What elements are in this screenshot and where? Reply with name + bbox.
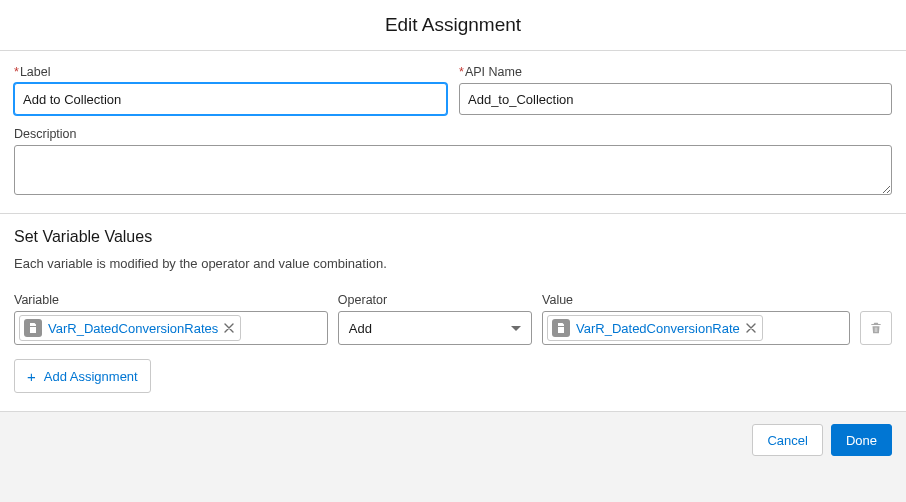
description-field-label: Description xyxy=(14,127,892,141)
value-input[interactable]: VarR_DatedConversionRate xyxy=(542,311,850,345)
assignment-row: Variable VarR_DatedConversionRates Opera… xyxy=(14,293,892,345)
plus-icon: + xyxy=(27,369,36,384)
record-icon xyxy=(24,319,42,337)
cancel-button[interactable]: Cancel xyxy=(752,424,822,456)
done-button[interactable]: Done xyxy=(831,424,892,456)
set-variable-help: Each variable is modified by the operato… xyxy=(14,256,892,271)
value-pill-remove[interactable] xyxy=(746,321,756,335)
set-variable-values-section: Set Variable Values Each variable is mod… xyxy=(0,214,906,412)
value-pill[interactable]: VarR_DatedConversionRate xyxy=(547,315,763,341)
trash-icon xyxy=(869,321,883,335)
operator-column-label: Operator xyxy=(338,293,532,307)
add-assignment-button[interactable]: + Add Assignment xyxy=(14,359,151,393)
set-variable-heading: Set Variable Values xyxy=(14,228,892,246)
label-field-label: *Label xyxy=(14,65,447,79)
label-input[interactable] xyxy=(14,83,447,115)
api-name-field-label: *API Name xyxy=(459,65,892,79)
api-name-field: *API Name xyxy=(459,65,892,115)
variable-pill-remove[interactable] xyxy=(224,321,234,335)
api-name-input[interactable] xyxy=(459,83,892,115)
variable-input[interactable]: VarR_DatedConversionRates xyxy=(14,311,328,345)
record-icon xyxy=(552,319,570,337)
variable-column-label: Variable xyxy=(14,293,328,307)
description-field: Description xyxy=(14,127,892,195)
label-field: *Label xyxy=(14,65,447,115)
modal-title: Edit Assignment xyxy=(0,0,906,51)
add-assignment-label: Add Assignment xyxy=(44,369,138,384)
value-column-label: Value xyxy=(542,293,850,307)
edit-assignment-modal: Edit Assignment *Label *API Name Descrip… xyxy=(0,0,906,502)
basic-fields-section: *Label *API Name Description xyxy=(0,51,906,214)
delete-row-button[interactable] xyxy=(860,311,892,345)
value-pill-text: VarR_DatedConversionRate xyxy=(576,321,740,336)
chevron-down-icon xyxy=(511,326,521,331)
operator-selected-text: Add xyxy=(349,321,372,336)
operator-select[interactable]: Add xyxy=(338,311,532,345)
variable-pill[interactable]: VarR_DatedConversionRates xyxy=(19,315,241,341)
modal-footer: Cancel Done xyxy=(0,412,906,502)
variable-pill-text: VarR_DatedConversionRates xyxy=(48,321,218,336)
description-input[interactable] xyxy=(14,145,892,195)
